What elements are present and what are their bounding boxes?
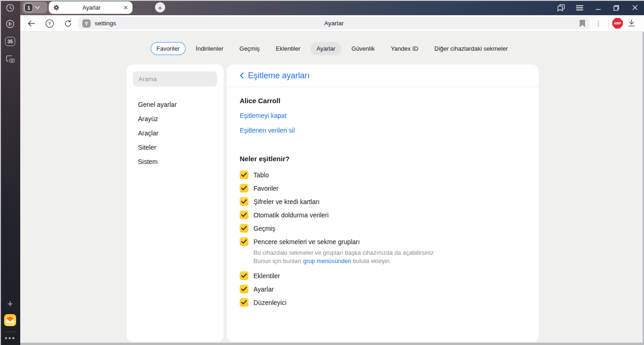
settings-sidebar-item[interactable]: Genel ayarlar (126, 98, 224, 112)
sync-checkbox-row: Tablo (240, 170, 526, 179)
tab-title: Ayarlar (60, 5, 123, 11)
checkmark-icon (241, 199, 247, 204)
settings-sidebar-menu: Genel ayarlar Arayüz Araçlar Siteler Sis… (126, 98, 224, 169)
menu-icon[interactable] (570, 0, 589, 15)
toolbar-divider (608, 20, 609, 27)
titlebar: 1 Ayarlar ✕ + (20, 0, 644, 15)
app-sidebar: 35 + (0, 0, 20, 345)
tab-count-badge: 1 (24, 3, 33, 12)
tab-close-icon[interactable]: ✕ (123, 5, 128, 11)
yandex-mail-icon[interactable] (4, 314, 16, 326)
sync-checkbox-list: Tablo Favoriler (240, 170, 526, 307)
add-panel-icon[interactable]: + (7, 298, 13, 310)
extensions-menu-icon[interactable]: ⋮ (592, 20, 604, 27)
bookmark-icon[interactable] (579, 20, 586, 27)
checkbox-checked[interactable] (240, 298, 248, 307)
settings-search-input[interactable] (133, 71, 217, 87)
checkmark-icon (241, 300, 247, 305)
sync-checkbox-row: Düzenleyici (240, 298, 526, 307)
checkbox-checked[interactable] (240, 170, 248, 179)
close-icon[interactable] (626, 0, 644, 15)
checkbox-label: Pencere sekmeleri ve sekme grupları (253, 238, 360, 246)
checkbox-label: Favoriler (253, 185, 278, 192)
new-tab-button[interactable]: + (155, 2, 165, 12)
settings-nav-tab[interactable]: Favoriler (150, 42, 186, 55)
sync-checkbox-row: Şifreler ve kredi kartları (240, 197, 526, 206)
checkmark-icon (241, 212, 247, 217)
chevron-down-icon (35, 6, 40, 9)
sync-panel-header[interactable]: Eşitleme ayarları (227, 64, 539, 87)
downloads-icon[interactable] (624, 19, 639, 27)
checkmark-icon (241, 172, 247, 177)
settings-nav-tab[interactable]: İndirilenler (190, 42, 230, 55)
window-border-top (0, 0, 644, 1)
sync-checkbox-row: Otomatik doldurma verileri (240, 211, 526, 219)
settings-sidebar-card: Genel ayarlar Arayüz Araçlar Siteler Sis… (126, 64, 224, 342)
checkbox-checked[interactable] (240, 237, 248, 246)
counter-badge[interactable]: 35 (5, 37, 15, 46)
restore-icon[interactable] (607, 0, 626, 15)
checkbox-checked[interactable] (240, 224, 248, 233)
group-menu-link[interactable]: grup menüsünden (303, 257, 351, 264)
checkmark-icon (241, 239, 247, 244)
checkbox-label: Otomatik doldurma verileri (253, 211, 328, 219)
settings-sidebar-item[interactable]: Arayüz (126, 112, 224, 126)
screenshot-icon[interactable] (5, 54, 15, 64)
settings-nav: Favoriler İndirilenler Geçmiş Eklentiler… (20, 42, 644, 55)
settings-sidebar-item[interactable]: Sistem (126, 155, 224, 169)
sidebar-divider (5, 332, 15, 332)
checkmark-icon (241, 186, 247, 191)
refresh-icon[interactable] (59, 17, 77, 30)
delete-synced-data-link[interactable]: Eşitlenen verileri sil (240, 127, 526, 134)
sync-checkbox-row: Pencere sekmeleri ve sekme grupları Bu c… (240, 237, 526, 267)
history-clock-icon[interactable] (6, 4, 15, 12)
url-bar[interactable]: Y settings Ayarlar (78, 17, 590, 29)
sync-checkbox-row: Favoriler (240, 184, 526, 193)
settings-sidebar-item[interactable]: Siteler (126, 140, 224, 155)
adblock-plus-icon[interactable]: ABP (612, 18, 623, 29)
settings-sidebar-item[interactable]: Araçlar (126, 126, 224, 140)
back-chevron-icon[interactable] (240, 72, 244, 79)
checkmark-icon (241, 226, 247, 231)
window-border-bottom (20, 343, 644, 345)
checkbox-label: Eklentiler (253, 272, 280, 280)
settings-nav-tab[interactable]: Geçmiş (234, 42, 266, 55)
settings-nav-tab[interactable]: Diğer cihazlardaki sekmeler (428, 42, 514, 55)
tab-ayarlar[interactable]: Ayarlar ✕ (49, 1, 132, 14)
yandex-button[interactable]: Y (40, 17, 59, 30)
sync-section-title: Neler eşitlenir? (240, 155, 526, 163)
settings-page: Favoriler İndirilenler Geçmiş Eklentiler… (20, 32, 644, 345)
disable-sync-link[interactable]: Eşitlemeyi kapat (240, 112, 526, 119)
settings-nav-tab[interactable]: Ayarlar (310, 42, 341, 55)
checkbox-checked[interactable] (240, 285, 248, 293)
page-favicon: Y (82, 19, 91, 28)
window-border-left (0, 0, 1, 345)
account-name: Alice Carroll (240, 97, 526, 105)
more-options-icon[interactable]: ●●● (5, 335, 16, 340)
checkbox-checked[interactable] (240, 211, 248, 219)
tab-group-button[interactable]: 1 (23, 2, 47, 13)
checkmark-icon (241, 273, 247, 278)
sync-panel-title: Eşitleme ayarları (248, 71, 310, 81)
checkbox-label: Şifreler ve kredi kartları (253, 198, 320, 205)
svg-text:Y: Y (48, 21, 52, 26)
minimize-icon[interactable] (589, 0, 607, 15)
browser-window: 1 Ayarlar ✕ + (0, 0, 644, 345)
sync-checkbox-row: Geçmiş (240, 224, 526, 233)
settings-nav-tab[interactable]: Eklentiler (270, 42, 306, 55)
sync-settings-card: Eşitleme ayarları Alice Carroll Eşitleme… (227, 64, 539, 342)
side-panels-icon[interactable] (552, 0, 570, 15)
sync-checkbox-row: Eklentiler (240, 271, 526, 280)
back-button[interactable] (22, 17, 40, 30)
checkbox-checked[interactable] (240, 271, 248, 280)
play-circle-icon[interactable] (6, 19, 15, 29)
address-bar: Y Y settings Ayarlar ⋮ ABP (20, 15, 644, 32)
checkbox-label: Ayarlar (253, 286, 274, 293)
checkbox-description: Bu cihazdaki sekmeler ve grupları başka … (253, 249, 434, 265)
settings-nav-tab[interactable]: Güvenlik (345, 42, 381, 55)
sync-checkbox-row: Ayarlar (240, 285, 526, 293)
checkbox-label: Geçmiş (253, 225, 275, 232)
checkbox-checked[interactable] (240, 197, 248, 206)
checkbox-checked[interactable] (240, 184, 248, 193)
settings-nav-tab[interactable]: Yandex ID (385, 42, 425, 55)
